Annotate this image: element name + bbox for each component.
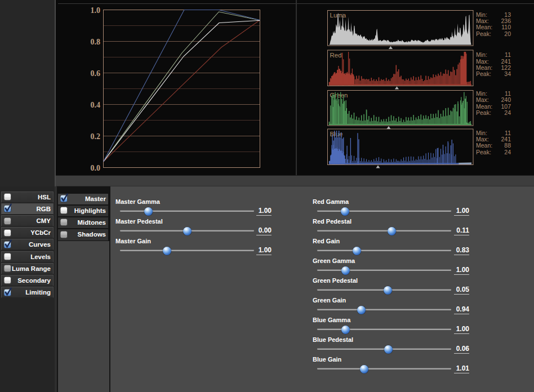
svg-text:0.6: 0.6 bbox=[91, 69, 101, 78]
svg-text:0.8: 0.8 bbox=[91, 38, 101, 46]
svg-text:0.2: 0.2 bbox=[91, 132, 101, 141]
svg-text:0.0: 0.0 bbox=[91, 164, 101, 172]
svg-text:0.4: 0.4 bbox=[91, 101, 101, 109]
svg-text:1.0: 1.0 bbox=[91, 6, 101, 15]
svg-text:Red: Red bbox=[330, 52, 342, 59]
